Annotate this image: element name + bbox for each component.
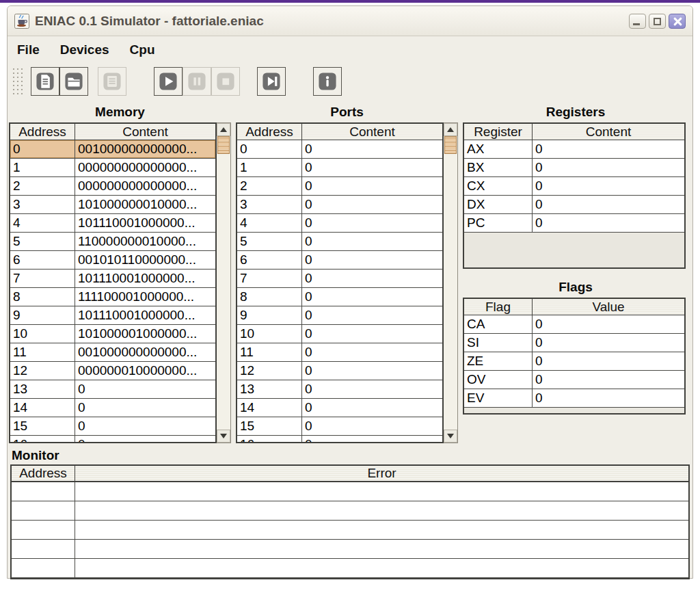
ports-cell[interactable]: 13 [237,380,302,398]
memory-cell[interactable]: 1 [10,159,75,176]
memory-cell[interactable]: 101110001000000... [75,270,215,287]
memory-cell[interactable]: 14 [10,399,75,417]
memory-cell[interactable]: 3 [10,196,75,213]
ports-cell[interactable]: 9 [237,306,302,324]
monitor-cell[interactable] [75,559,688,577]
flags-row[interactable]: OV0 [464,371,684,389]
flags-cell[interactable]: ZE [464,352,533,370]
memory-scrollbar[interactable] [217,122,231,443]
toolbar-run-button[interactable] [154,67,183,96]
memory-row[interactable]: 0001000000000000... [10,140,215,159]
registers-row[interactable]: BX0 [464,159,684,177]
ports-row[interactable]: 30 [237,196,442,214]
flags-cell[interactable]: OV [464,371,533,389]
memory-cell[interactable]: 111100001000000... [75,288,215,306]
flags-cell[interactable]: 0 [533,315,684,333]
memory-row[interactable]: 9101110001000000... [10,306,215,325]
flags-cell[interactable]: 0 [533,352,684,370]
toolbar-step-button[interactable] [257,67,286,96]
memory-cell[interactable]: 101000001000000... [75,325,215,343]
memory-cell[interactable]: 12 [10,362,75,380]
memory-cell[interactable]: 2 [10,177,75,195]
scroll-up-button[interactable] [217,123,230,136]
flags-row[interactable]: ZE0 [464,352,684,371]
memory-cell[interactable]: 9 [10,306,75,324]
ports-cell[interactable]: 0 [302,436,442,443]
memory-cell[interactable]: 5 [10,233,75,250]
memory-cell[interactable]: 4 [10,214,75,232]
memory-cell[interactable]: 001000000000000... [75,140,215,158]
ports-row[interactable]: 40 [237,214,442,233]
memory-cell[interactable]: 000000000000000... [75,159,215,176]
ports-cell[interactable]: 3 [237,196,302,213]
close-button[interactable] [669,14,686,29]
scroll-up-button[interactable] [444,123,457,136]
monitor-cell[interactable] [75,501,688,520]
ports-cell[interactable]: 16 [237,436,302,443]
memory-row[interactable]: 160 [10,436,215,443]
ports-cell[interactable]: 5 [237,233,302,250]
toolbar-new-file-button[interactable] [31,67,59,96]
memory-row[interactable]: 10101000001000000... [10,325,215,343]
ports-row[interactable]: 20 [237,177,442,196]
ports-row[interactable]: 100 [237,325,442,343]
ports-cell[interactable]: 11 [237,343,302,361]
memory-cell[interactable]: 0 [75,380,215,398]
monitor-cell[interactable] [12,482,75,501]
memory-row[interactable]: 2000000000000000... [10,177,215,196]
memory-cell[interactable]: 110000000010000... [75,233,215,250]
monitor-cell[interactable] [12,501,75,520]
memory-cell[interactable]: 8 [10,288,75,306]
memory-cell[interactable]: 13 [10,380,75,398]
ports-cell[interactable]: 12 [237,362,302,380]
ports-row[interactable]: 150 [237,417,442,436]
flags-cell[interactable]: EV [464,389,533,407]
flags-cell[interactable]: SI [464,334,533,352]
ports-cell[interactable]: 14 [237,399,302,417]
titlebar[interactable]: ENIAC 0.1 Simulator - fattoriale.eniac [8,6,692,36]
menu-file[interactable]: File [17,42,40,57]
memory-row[interactable]: 12000000010000000... [10,362,215,380]
memory-row[interactable]: 150 [10,417,215,436]
toolbar-info-button[interactable] [313,67,342,96]
ports-cell[interactable]: 8 [237,288,302,306]
registers-cell[interactable]: 0 [533,140,684,158]
ports-cell[interactable]: 7 [237,270,302,287]
memory-cell[interactable]: 0 [10,140,75,158]
ports-row[interactable]: 60 [237,251,442,270]
flags-cell[interactable]: 0 [533,371,684,389]
ports-row[interactable]: 10 [237,159,442,177]
ports-cell[interactable]: 0 [302,196,442,213]
ports-cell[interactable]: 1 [237,159,302,176]
flags-cell[interactable]: 0 [533,334,684,352]
memory-row[interactable]: 11001000000000000... [10,343,215,362]
ports-scrollbar[interactable] [444,122,458,443]
registers-cell[interactable]: AX [464,140,533,158]
memory-cell[interactable]: 15 [10,417,75,435]
ports-row[interactable]: 50 [237,233,442,251]
ports-row[interactable]: 140 [237,399,442,417]
registers-row[interactable]: AX0 [464,140,684,159]
scroll-thumb[interactable] [217,136,230,154]
monitor-row[interactable] [12,540,688,559]
minimize-button[interactable] [629,14,646,29]
ports-row[interactable]: 130 [237,380,442,399]
ports-cell[interactable]: 0 [237,140,302,158]
menu-cpu[interactable]: Cpu [130,42,155,57]
memory-cell[interactable]: 10 [10,325,75,343]
registers-row[interactable]: CX0 [464,177,684,196]
ports-row[interactable]: 80 [237,288,442,306]
memory-cell[interactable]: 001010110000000... [75,251,215,269]
ports-cell[interactable]: 6 [237,251,302,269]
memory-cell[interactable]: 16 [10,436,75,443]
memory-cell[interactable]: 101110001000000... [75,306,215,324]
menu-devices[interactable]: Devices [60,42,109,57]
registers-cell[interactable]: PC [464,214,533,232]
ports-row[interactable]: 120 [237,362,442,380]
memory-row[interactable]: 3101000000010000... [10,196,215,214]
ports-cell[interactable]: 15 [237,417,302,435]
registers-cell[interactable]: 0 [533,214,684,232]
memory-cell[interactable]: 0 [75,436,215,443]
monitor-cell[interactable] [12,540,75,558]
ports-cell[interactable]: 0 [302,380,442,398]
